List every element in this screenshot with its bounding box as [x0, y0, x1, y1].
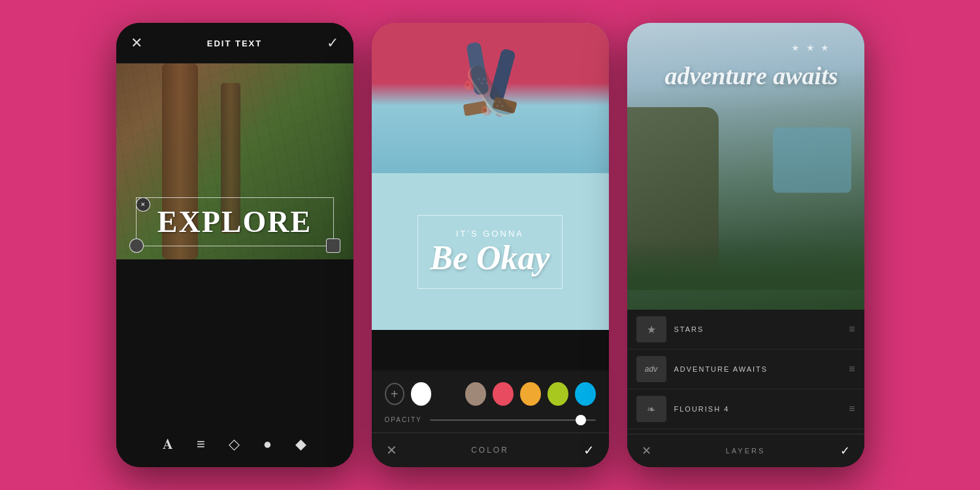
text-style-icon[interactable]: 𝐀 — [163, 436, 173, 453]
opacity-label: OPACITY — [385, 416, 422, 423]
phone2-bottom-bar: ✕ COLOR ✓ — [372, 433, 609, 467]
phone1-canvas: EXPLORE ✕ — [116, 63, 353, 382]
phone2-image-area: IT'S GONNA Be Okay — [372, 23, 609, 370]
layer-thumb-stars: ★ — [636, 316, 666, 342]
edit-text-title: EDIT TEXT — [207, 39, 262, 48]
layers-confirm-icon[interactable]: ✓ — [840, 444, 850, 458]
explore-text: EXPLORE — [157, 204, 312, 239]
layer-name-adventure: ADVENTURE AWAITS — [674, 365, 841, 373]
layer-item-flourish[interactable]: ❧ FLOURISH 4 ≡ — [627, 389, 864, 429]
layer-item-stars[interactable]: ★ STARS ≡ — [627, 310, 864, 350]
selection-handle-br[interactable] — [326, 238, 340, 253]
selection-handle-bl[interactable] — [129, 238, 144, 253]
layer-thumb-flourish: ❧ — [636, 396, 666, 422]
layer-menu-adventure[interactable]: ≡ — [849, 363, 855, 375]
phone1-toolbar: 𝐀 ≡ ◇ ● ◆ — [163, 436, 306, 453]
phone2-color-panel: + OPACITY — [372, 370, 609, 433]
color-panel-title: COLOR — [471, 446, 509, 455]
phone1-text-selection-box[interactable]: EXPLORE ✕ — [136, 197, 334, 246]
color-swatch-cyan[interactable] — [575, 382, 596, 406]
confirm-icon[interactable]: ✓ — [327, 35, 338, 52]
opacity-row: OPACITY — [385, 416, 596, 423]
opacity-slider[interactable] — [430, 419, 596, 421]
layer-name-flourish: FLOURISH 4 — [674, 405, 841, 413]
layer-name-stars: STARS — [674, 325, 841, 333]
phone2-color-row: + — [385, 382, 596, 406]
close-icon[interactable]: ✕ — [131, 35, 142, 52]
phone2-main-text: Be Okay — [430, 241, 549, 275]
phone3-coastal-image: ★ ★ ★ adventure awaits — [627, 23, 864, 310]
color-swatch-orange[interactable] — [520, 382, 541, 406]
layer-item-adventure[interactable]: adv ADVENTURE AWAITS ≡ — [627, 350, 864, 389]
add-color-button[interactable]: + — [385, 383, 404, 405]
phone1-forest-image: EXPLORE ✕ — [116, 63, 353, 259]
phone-1: ✕ EDIT TEXT ✓ EXPLORE ✕ 𝐀 ≡ ◇ — [116, 23, 353, 467]
layer-menu-stars[interactable]: ≡ — [849, 323, 855, 335]
phone3-stars-decoration: ★ ★ ★ — [791, 42, 832, 53]
selection-handle-tl[interactable]: ✕ — [136, 197, 150, 212]
layers-close-icon[interactable]: ✕ — [642, 444, 651, 458]
phone2-court-image — [372, 23, 609, 173]
phone2-text-area: IT'S GONNA Be Okay — [372, 173, 609, 330]
align-icon[interactable]: ≡ — [197, 436, 205, 453]
color-swatch-tan[interactable] — [465, 382, 486, 406]
phone3-adventure-text: adventure awaits — [653, 62, 838, 91]
phone3-layers-panel: ★ STARS ≡ adv ADVENTURE AWAITS ≡ ❧ FLOUR… — [627, 310, 864, 434]
phone2-text-border: IT'S GONNA Be Okay — [417, 215, 562, 289]
color-close-icon[interactable]: ✕ — [386, 442, 397, 458]
phone2-subtitle-text: IT'S GONNA — [430, 229, 549, 238]
color-swatch-red[interactable] — [493, 382, 514, 406]
color-swatch-green[interactable] — [547, 382, 568, 406]
layer-thumb-adventure: adv — [636, 356, 666, 382]
phone1-bottom-area: 𝐀 ≡ ◇ ● ◆ — [116, 382, 353, 467]
color-swatch-black[interactable] — [438, 382, 459, 406]
opacity-thumb[interactable] — [576, 415, 586, 425]
color-fill-icon[interactable]: ◇ — [229, 436, 240, 453]
phone3-bottom-bar: ✕ LAYERS ✓ — [627, 434, 864, 467]
phone-2: IT'S GONNA Be Okay + OPACITY ✕ COLOR ✓ — [372, 23, 609, 467]
layers-panel-title: LAYERS — [726, 447, 766, 455]
phone-3: ★ ★ ★ adventure awaits ★ STARS ≡ adv ADV… — [627, 23, 864, 467]
diamond-tool-icon[interactable]: ◆ — [295, 436, 306, 453]
color-swatch-white[interactable] — [411, 382, 432, 406]
color-confirm-icon[interactable]: ✓ — [583, 442, 595, 458]
phone1-header: ✕ EDIT TEXT ✓ — [116, 23, 353, 63]
circle-tool-icon[interactable]: ● — [263, 436, 272, 453]
layer-menu-flourish[interactable]: ≡ — [849, 403, 855, 415]
